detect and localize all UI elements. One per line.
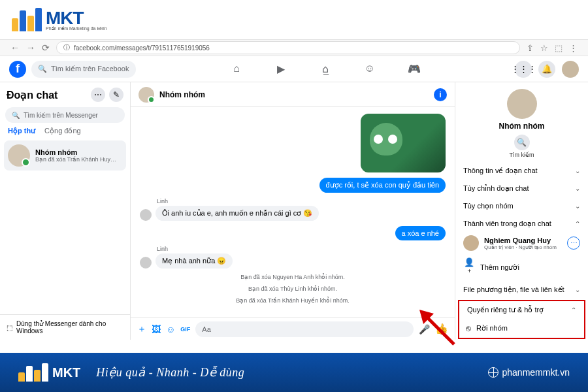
home-icon[interactable]: ⌂ <box>230 63 243 75</box>
like-icon[interactable]: 👍 <box>435 323 448 335</box>
message-input[interactable]: Aa <box>195 321 414 337</box>
brand-tagline: Phần mềm Marketing đa kênh <box>46 26 107 31</box>
browser-chrome: ← → ⟳ ⓘ facebook.com/messages/t/79151176… <box>0 39 588 56</box>
mkt-logo-icon <box>18 363 48 382</box>
chevron-up-icon: ⌃ <box>571 306 576 314</box>
footer-website[interactable]: phanmemmkt.vn <box>488 367 570 378</box>
apps-menu-icon[interactable]: ⋮⋮⋮ <box>515 61 532 78</box>
facebook-topbar: f 🔍 Tìm kiếm trên Facebook ⌂ ▶ ⌂̲ ☺ 🎮 ⋮⋮… <box>0 56 588 82</box>
sender-name: Linh <box>157 198 319 204</box>
chevron-up-icon: ⌃ <box>575 220 580 227</box>
search-icon: 🔍 <box>12 112 20 119</box>
notifications-icon[interactable]: 🔔 <box>538 61 555 78</box>
compose-button[interactable]: ✎ <box>109 88 123 102</box>
member-name: Nghiem Quang Huy <box>484 237 557 244</box>
chat-details-panel: Nhóm nhóm 🔍 Tìm kiếm Thông tin về đoạn c… <box>455 82 588 340</box>
video-icon[interactable]: ▶ <box>274 63 287 75</box>
footer-website-text: phanmemmkt.vn <box>502 367 570 378</box>
sent-message[interactable]: được rồi, t sẽ xóa con quỷ đầu tiên <box>319 178 446 193</box>
chat-title[interactable]: Nhóm nhóm <box>159 90 205 99</box>
leave-group-label: Rời nhóm <box>476 324 508 333</box>
section-chat-info[interactable]: Thông tin về đoạn chat ⌄ <box>455 162 588 180</box>
voice-clip-icon[interactable]: 🎤 <box>419 324 430 335</box>
forward-icon[interactable]: → <box>26 42 35 53</box>
thread-title: Nhóm nhóm <box>35 148 120 156</box>
footer-slogan: Hiệu quả - Nhanh - Dễ dùng <box>96 365 244 380</box>
chats-sidebar: Đoạn chat ⋯ ✎ 🔍 Tìm kiếm trên Messenger … <box>0 82 131 340</box>
messenger-search-placeholder: Tìm kiếm trên Messenger <box>24 112 98 119</box>
address-bar[interactable]: ⓘ facebook.com/messages/t/79151176519190… <box>56 41 520 54</box>
search-icon: 🔍 <box>38 65 47 73</box>
leave-icon: ⎋ <box>466 323 471 333</box>
member-avatar <box>463 235 479 251</box>
member-row[interactable]: Nghiem Quang Huy Quản trị viên · Người t… <box>455 233 588 253</box>
system-message: Bạn đã xóa Nguyen Ha Anh khỏi nhóm. <box>140 274 446 280</box>
section-label: Thành viên trong đoạn chat <box>463 220 551 228</box>
sender-avatar[interactable] <box>140 209 152 221</box>
reload-icon[interactable]: ⟳ <box>42 42 50 53</box>
tab-community[interactable]: Cộng đồng <box>44 127 81 135</box>
add-people-label: Thêm người <box>480 263 519 272</box>
chevron-down-icon: ⌄ <box>575 286 580 293</box>
groups-icon[interactable]: ☺ <box>363 63 376 75</box>
mkt-logo-icon <box>12 8 42 31</box>
url-text: facebook.com/messages/t/7915117651919056 <box>74 44 210 52</box>
add-people-button[interactable]: 👤⁺ Thêm người <box>455 253 588 281</box>
chats-heading: Đoạn chat <box>7 89 87 101</box>
group-avatar[interactable] <box>507 89 537 119</box>
section-chat-members[interactable]: Thành viên trong đoạn chat ⌃ <box>455 215 588 233</box>
section-group-options[interactable]: Tùy chọn nhóm ⌄ <box>455 197 588 215</box>
group-name: Nhóm nhóm <box>455 122 588 131</box>
add-person-icon: 👤⁺ <box>463 257 475 277</box>
leave-group-button[interactable]: ⎋ Rời nhóm <box>459 319 584 338</box>
page-brand-strip: MKT Phần mềm Marketing đa kênh <box>0 0 588 39</box>
sticker-icon[interactable]: ☺ <box>166 324 175 335</box>
facebook-logo-icon[interactable]: f <box>9 61 26 78</box>
sent-image-message[interactable] <box>361 114 446 172</box>
chat-info-button[interactable]: i <box>434 88 447 101</box>
share-icon[interactable]: ⇪ <box>527 43 534 53</box>
sent-message[interactable]: a xóa e nhé <box>395 226 446 240</box>
annotation-highlight-box: Quyền riêng tư & hỗ trợ ⌃ ⎋ Rời nhóm <box>458 300 585 339</box>
messenger-download-label: Dùng thử Messenger dành cho Windows <box>16 320 123 335</box>
more-actions-icon[interactable]: ＋ <box>137 323 146 335</box>
received-message[interactable]: Mẹ nhà anh nữa 😠 <box>155 253 233 269</box>
site-info-icon[interactable]: ⓘ <box>63 43 70 52</box>
messenger-search-input[interactable]: 🔍 Tìm kiếm trên Messenger <box>5 107 125 123</box>
system-message: Bạn đã xóa Trần Khánh Huyền khỏi nhóm. <box>140 297 446 304</box>
market-icon[interactable]: ⌂̲ <box>319 63 332 75</box>
member-options-button[interactable]: ⋯ <box>567 237 580 250</box>
search-in-chat-button[interactable]: 🔍 <box>514 135 530 150</box>
sender-name: Linh <box>157 246 233 252</box>
fb-search-input[interactable]: 🔍 Tìm kiếm trên Facebook <box>31 61 136 78</box>
chat-avatar[interactable] <box>139 87 154 103</box>
install-icon[interactable]: ⬚ <box>555 43 563 53</box>
section-customize-chat[interactable]: Tùy chỉnh đoạn chat ⌄ <box>455 180 588 197</box>
gif-icon[interactable]: GIF <box>180 326 190 333</box>
received-message[interactable]: Ôi anh iu của e, anh muốn e nhắn cái gì … <box>155 206 319 221</box>
tab-inbox[interactable]: Hộp thư <box>8 127 35 135</box>
message-placeholder: Aa <box>202 325 210 333</box>
thread-item[interactable]: Nhóm nhóm Bạn đã xóa Trần Khánh Huyền ..… <box>4 140 126 171</box>
back-icon[interactable]: ← <box>10 42 20 53</box>
attach-image-icon[interactable]: 🖼 <box>152 324 161 335</box>
star-icon[interactable]: ☆ <box>540 43 548 53</box>
search-in-chat-label: Tìm kiếm <box>455 152 588 158</box>
chevron-down-icon: ⌄ <box>575 185 580 192</box>
section-media-files[interactable]: File phương tiện, file và liên kết ⌄ <box>455 281 588 299</box>
page-footer-banner: MKT Hiệu quả - Nhanh - Dễ dùng phanmemmk… <box>0 353 588 392</box>
thread-avatar <box>8 144 30 167</box>
gaming-icon[interactable]: 🎮 <box>408 63 421 75</box>
extensions-icon[interactable]: ⋮ <box>569 43 578 53</box>
section-privacy-support[interactable]: Quyền riêng tư & hỗ trợ ⌃ <box>459 301 584 319</box>
member-role: Quản trị viên · Người tạo nhóm <box>484 244 557 250</box>
messenger-download-banner[interactable]: ⬚ Dùng thử Messenger dành cho Windows <box>0 314 130 340</box>
section-label: Tùy chỉnh đoạn chat <box>463 184 529 193</box>
account-avatar[interactable] <box>562 61 579 78</box>
chevron-down-icon: ⌄ <box>575 167 580 174</box>
sender-avatar[interactable] <box>140 257 152 269</box>
globe-icon <box>488 367 498 378</box>
section-label: Thông tin về đoạn chat <box>463 167 538 175</box>
section-label: Tùy chọn nhóm <box>463 202 514 210</box>
chats-more-button[interactable]: ⋯ <box>91 88 105 102</box>
